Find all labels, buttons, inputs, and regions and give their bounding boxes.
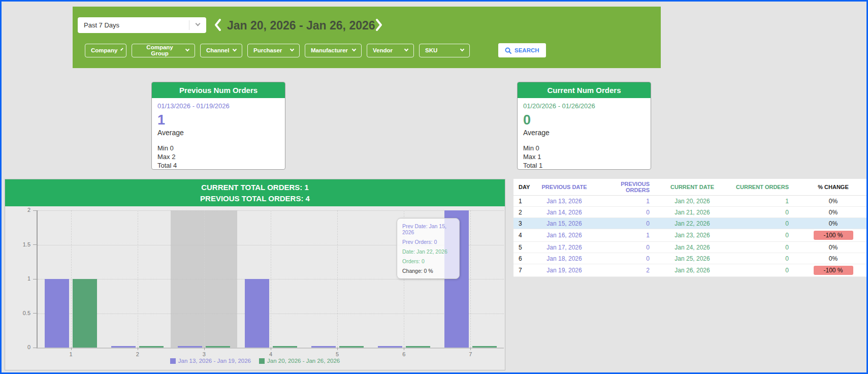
x-axis-tick	[404, 348, 404, 350]
bar-current-day-7[interactable]	[472, 346, 497, 348]
cell-prev_date: Jan 18, 2026	[532, 253, 597, 264]
bar-current-day-2[interactable]	[139, 346, 164, 348]
cell-prev_orders: 0	[597, 242, 658, 253]
cell-prev_date: Jan 13, 2026	[532, 196, 597, 207]
cell-day: 5	[513, 242, 532, 253]
date-range-select[interactable]: Past 7 Days	[78, 17, 206, 33]
card-total: Total 1	[523, 161, 645, 170]
next-range-button[interactable]	[373, 18, 384, 32]
card-average-value: 1	[157, 113, 279, 127]
chart-header: CURRENT TOTAL ORDERS: 1 PREVIOUS TOTAL O…	[5, 179, 505, 206]
gridline-vertical	[271, 210, 271, 348]
legend-swatch	[170, 358, 176, 364]
gridline-vertical	[204, 210, 205, 348]
column-header-previous-orders[interactable]: PREVIOUS ORDERS	[597, 179, 658, 196]
chevron-down-icon	[233, 47, 237, 51]
bar-previous-day-2[interactable]	[111, 346, 136, 348]
column-header-day[interactable]: DAY	[513, 179, 532, 196]
cell-cur_date: Jan 22, 2026	[658, 218, 727, 229]
filter-button-company-group[interactable]: Company Group	[132, 44, 195, 57]
search-button[interactable]: SEARCH	[498, 43, 546, 57]
cell-change: 0%	[799, 218, 867, 229]
tooltip-date: Date: Jan 22, 2026	[402, 248, 454, 255]
table-row-day-2[interactable]: 2Jan 14, 20260Jan 21, 202600%	[513, 207, 867, 218]
bar-previous-day-3[interactable]	[178, 346, 202, 348]
filter-button-purchaser[interactable]: Purchaser	[247, 44, 300, 57]
table-row-day-7[interactable]: 7Jan 19, 20262Jan 26, 20260-100 %	[513, 264, 867, 277]
bar-current-day-3[interactable]	[206, 346, 230, 348]
column-header-current-date[interactable]: CURRENT DATE	[658, 179, 727, 196]
filter-label: Channel	[206, 47, 229, 53]
legend-item[interactable]: Jan 13, 2026 - Jan 19, 2026	[170, 358, 251, 364]
x-axis-tick	[271, 348, 271, 350]
filter-button-company[interactable]: Company	[85, 44, 126, 57]
filter-label: SKU	[425, 47, 437, 53]
cell-cur_orders: 0	[727, 218, 799, 229]
y-axis-label: 1.5	[9, 241, 30, 247]
card-date-range: 01/13/2026 - 01/19/2026	[157, 102, 279, 110]
table-body: 1Jan 13, 20261Jan 20, 202610%2Jan 14, 20…	[513, 196, 867, 277]
cell-day: 6	[513, 253, 532, 264]
gridline-vertical	[138, 210, 138, 348]
bar-current-day-1[interactable]	[73, 279, 97, 348]
bar-current-day-5[interactable]	[339, 346, 364, 348]
cell-cur_orders: 0	[727, 242, 799, 253]
table-row-day-4[interactable]: 4Jan 16, 20261Jan 23, 20260-100 %	[513, 229, 867, 242]
legend-item[interactable]: Jan 20, 2026 - Jan 26, 2026	[259, 358, 340, 364]
x-axis-label: 3	[194, 351, 214, 357]
cell-change: -100 %	[799, 264, 867, 277]
column-header--change[interactable]: % CHANGE	[799, 179, 867, 196]
filter-button-manufacturer[interactable]: Manufacturer	[305, 44, 362, 57]
bar-previous-day-6[interactable]	[378, 346, 402, 348]
x-axis-label: 7	[460, 351, 480, 357]
current-num-orders-card: Current Num Orders 01/20/2026 - 01/26/20…	[517, 82, 651, 170]
filter-button-channel[interactable]: Channel	[200, 44, 242, 57]
cell-cur_date: Jan 23, 2026	[658, 229, 727, 242]
x-axis-label: 4	[261, 351, 281, 357]
tooltip-prev-orders: Prev Orders: 0	[402, 239, 454, 245]
cell-cur_orders: 0	[727, 253, 799, 264]
column-header-current-orders[interactable]: CURRENT ORDERS	[727, 179, 799, 196]
cell-day: 1	[513, 196, 532, 207]
legend-swatch	[259, 358, 265, 364]
table-row-day-1[interactable]: 1Jan 13, 20261Jan 20, 202610%	[513, 196, 867, 207]
y-axis-label: 2	[9, 207, 30, 213]
y-axis-tick	[33, 313, 37, 314]
cell-cur_orders: 0	[727, 207, 799, 218]
filter-group: CompanyCompany GroupChannelPurchaserManu…	[85, 44, 475, 57]
bar-previous-day-1[interactable]	[45, 279, 69, 348]
card-max: Max 1	[523, 152, 645, 161]
card-average-value: 0	[523, 113, 645, 127]
card-total: Total 4	[157, 161, 279, 170]
x-axis-tick	[204, 348, 205, 350]
chevron-down-icon	[290, 47, 294, 51]
y-axis-label: 0	[9, 344, 30, 350]
filter-button-sku[interactable]: SKU	[419, 44, 470, 57]
bar-previous-day-5[interactable]	[311, 346, 336, 348]
x-axis-label: 2	[127, 351, 148, 357]
gridline-vertical	[337, 210, 338, 348]
table-row-day-3[interactable]: 3Jan 15, 20260Jan 22, 202600%	[513, 218, 867, 229]
column-header-previous-date[interactable]: PREVIOUS DATE	[532, 179, 597, 196]
bar-current-day-4[interactable]	[273, 346, 297, 348]
cell-prev_date: Jan 17, 2026	[532, 242, 597, 253]
card-body: 01/20/2026 - 01/26/2026 0 Average Min 0 …	[518, 98, 651, 170]
card-max: Max 2	[157, 152, 279, 161]
chevron-down-icon	[185, 47, 189, 51]
negative-change-badge: -100 %	[814, 266, 853, 275]
bar-current-day-6[interactable]	[406, 346, 430, 348]
cell-change: 0%	[799, 253, 867, 264]
bar-previous-day-4[interactable]	[245, 279, 269, 348]
cell-prev_orders: 0	[597, 218, 658, 229]
x-axis-label: 1	[61, 351, 81, 357]
cell-day: 3	[513, 218, 532, 229]
gridline-vertical	[71, 210, 72, 348]
cell-change: 0%	[799, 207, 867, 218]
previous-range-button[interactable]	[212, 18, 223, 32]
cell-day: 2	[513, 207, 532, 218]
table-row-day-6[interactable]: 6Jan 18, 20260Jan 25, 202600%	[513, 253, 867, 264]
cell-cur_orders: 0	[727, 229, 799, 242]
filter-button-vendor[interactable]: Vendor	[367, 44, 414, 57]
table-row-day-5[interactable]: 5Jan 17, 20260Jan 24, 202600%	[513, 242, 867, 253]
cell-prev_orders: 0	[597, 207, 658, 218]
